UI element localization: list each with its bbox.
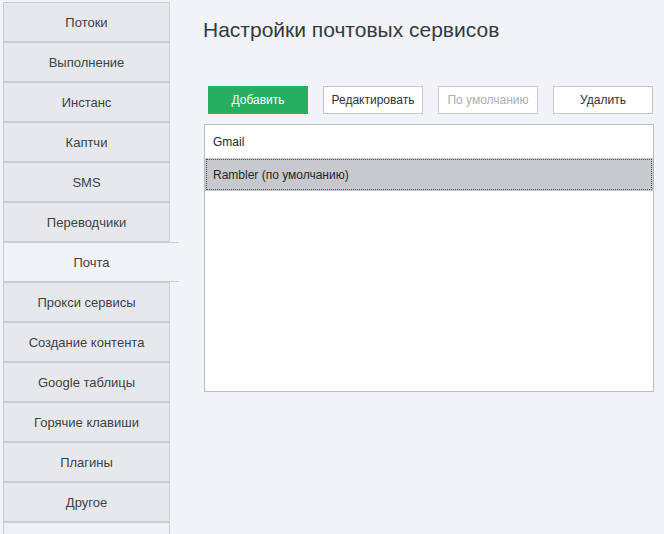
sidebar-item-threads[interactable]: Потоки: [3, 2, 170, 42]
mail-services-list: Gmail Rambler (по умолчанию): [204, 124, 654, 392]
sidebar-item-label: Создание контента: [29, 335, 145, 350]
delete-button[interactable]: Удалить: [553, 86, 653, 114]
sidebar-item-translators[interactable]: Переводчики: [3, 202, 170, 242]
sidebar-item-label: Выполнение: [49, 55, 125, 70]
edit-button[interactable]: Редактировать: [323, 86, 423, 114]
sidebar-item-label: Переводчики: [47, 215, 126, 230]
add-button[interactable]: Добавить: [208, 86, 308, 114]
sidebar-item-label: Почта: [73, 255, 109, 270]
sidebar-item-instance[interactable]: Инстанс: [3, 82, 170, 122]
sidebar-item-label: Google таблицы: [38, 375, 135, 390]
mail-service-label: Rambler (по умолчанию): [213, 168, 349, 182]
settings-window: Потоки Выполнение Инстанс Каптчи SMS Пер…: [0, 0, 664, 534]
default-button[interactable]: По умолчанию: [438, 86, 538, 114]
sidebar-item-label: Другое: [66, 495, 107, 510]
sidebar-item-other[interactable]: Другое: [3, 482, 170, 522]
sidebar-item-label: Прокси сервисы: [38, 295, 136, 310]
sidebar-item-hotkeys[interactable]: Горячие клавиши: [3, 402, 170, 442]
mail-service-row-gmail[interactable]: Gmail: [205, 125, 653, 158]
sidebar-item-execution[interactable]: Выполнение: [3, 42, 170, 82]
sidebar-item-label: Инстанс: [62, 95, 112, 110]
sidebar-item-content-creation[interactable]: Создание контента: [3, 322, 170, 362]
sidebar-item-google-sheets[interactable]: Google таблицы: [3, 362, 170, 402]
page-title: Настройки почтовых сервисов: [203, 18, 499, 42]
sidebar-item-label: Потоки: [65, 15, 107, 30]
sidebar-item-sms[interactable]: SMS: [3, 162, 170, 202]
sidebar-item-label: Каптчи: [66, 135, 108, 150]
sidebar-item-proxy-services[interactable]: Прокси сервисы: [3, 282, 170, 322]
mail-settings-panel: Настройки почтовых сервисов ДобавитьРеда…: [179, 0, 664, 534]
sidebar: Потоки Выполнение Инстанс Каптчи SMS Пер…: [3, 0, 180, 534]
mail-service-label: Gmail: [213, 135, 244, 149]
sidebar-item-label: SMS: [72, 175, 100, 190]
sidebar-item-plugins[interactable]: Плагины: [3, 442, 170, 482]
sidebar-item-mail[interactable]: Почта: [3, 242, 179, 282]
sidebar-item-label: Горячие клавиши: [34, 415, 139, 430]
toolbar: ДобавитьРедактироватьПо умолчаниюУдалить: [208, 86, 653, 114]
sidebar-item-label: Плагины: [60, 455, 113, 470]
sidebar-item-next-cutoff[interactable]: [3, 522, 170, 534]
mail-service-row-rambler[interactable]: Rambler (по умолчанию): [205, 158, 653, 191]
sidebar-item-captchas[interactable]: Каптчи: [3, 122, 170, 162]
